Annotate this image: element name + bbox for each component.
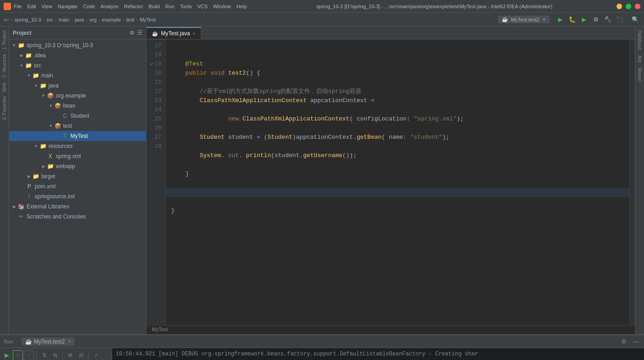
tree-item-org-example[interactable]: ▼ 📦 org.example (9, 91, 146, 101)
bottom-panel: Run: ☕ MyTest.test2 × ⚙ — ▶ ✓ ✗ ⇅ ⇆ ⊞ ⊟ (0, 334, 644, 360)
right-panel-ant[interactable]: Ant (636, 54, 643, 64)
tree-item-target[interactable]: ▶ 📁 target (9, 171, 146, 181)
tree-item-webapp[interactable]: ▶ 📁 webapp (9, 161, 146, 171)
tree-item-src[interactable]: ▼ 📁 src (9, 60, 146, 71)
nav-back[interactable]: ↩ (4, 16, 9, 23)
tree-item-external-libs[interactable]: ▶ 📚 External Libraries (9, 202, 146, 212)
menu-edit[interactable]: Edit (27, 4, 36, 9)
main-layout: 1: Project 2: Structure Web 2: Favorites… (0, 27, 644, 334)
tree-item-main[interactable]: ▼ 📁 main (9, 71, 146, 81)
menu-tools[interactable]: Tools (180, 4, 192, 9)
folder-icon-target: 📁 (32, 173, 39, 180)
menu-code[interactable]: Code (83, 4, 95, 9)
breadcrumb-mytest[interactable]: MyTest (140, 17, 156, 22)
tree-arrow: ▼ (18, 62, 25, 69)
tree-item-student[interactable]: C Student (9, 111, 146, 121)
pom-icon: P (26, 183, 33, 190)
menu-view[interactable]: View (42, 4, 53, 9)
iml-icon: I (26, 193, 33, 200)
menu-file[interactable]: File (14, 4, 22, 9)
menu-navigate[interactable]: Navigate (58, 4, 77, 9)
run-tab-active[interactable]: ☕ MyTest.test2 × (21, 338, 75, 346)
run-button[interactable]: ▶ (555, 15, 565, 25)
tree-label-org-example: org.example (56, 93, 86, 99)
sidebar-tab-project[interactable]: 1: Project (1, 28, 8, 51)
tab-close-button[interactable]: × (193, 31, 195, 36)
project-icon: 📁 (17, 42, 25, 49)
stop-button[interactable]: ⬛ (615, 15, 625, 25)
test-java-icon: T (61, 132, 69, 140)
tree-item-spring-xml[interactable]: X spring.xml (9, 151, 146, 161)
right-side-panel: Database Ant Maven (635, 27, 644, 334)
xml-icon-spring: X (47, 153, 54, 160)
run-tab-actions: ⚙ — (619, 337, 640, 346)
tree-item-pom[interactable]: P pom.xml (9, 181, 146, 191)
breadcrumb-org[interactable]: org (89, 17, 97, 22)
right-panel-database[interactable]: Database (636, 28, 643, 52)
build-button[interactable]: 🔨 (603, 15, 613, 25)
menu-analyze[interactable]: Analyze (101, 4, 118, 9)
package-icon-bean: 📦 (54, 102, 61, 109)
console-output[interactable]: 10:58:44.921 [main] DEBUG org.springfram… (112, 348, 644, 360)
folder-icon-webapp: 📁 (47, 163, 54, 170)
tree-arrow-target: ▶ (26, 173, 32, 180)
debug-button[interactable]: 🐛 (567, 15, 577, 25)
menu-window[interactable]: Window (213, 4, 231, 9)
app-icon (4, 3, 11, 10)
coverage-button[interactable]: ▶ (579, 15, 589, 25)
search-button[interactable]: 🔍 (630, 15, 640, 25)
menu-refactor[interactable]: Refactor (124, 4, 143, 9)
menu-build[interactable]: Build (149, 4, 160, 9)
breadcrumb-java[interactable]: java (75, 17, 84, 22)
breadcrumb-main[interactable]: main (59, 17, 70, 22)
code-editor[interactable]: 17 18 ↩ 19 20 21 22 23 24 25 26 27 28 @T… (146, 39, 635, 325)
profile-button[interactable]: ⚙ (591, 15, 601, 25)
code-content[interactable]: @Test public void test2() { //基于xml的方式加载… (166, 39, 629, 325)
menu-help[interactable]: Help (236, 4, 247, 9)
tree-item-iml[interactable]: I springsource.iml (9, 191, 146, 202)
run-tab-close[interactable]: × (69, 339, 71, 344)
sort-button[interactable]: ⇅ (39, 350, 49, 360)
tree-item-java[interactable]: ▼ 📁 java (9, 81, 146, 91)
pass-filter-button[interactable]: ✓ (13, 350, 23, 360)
breadcrumb-project[interactable]: spring_10-3 (15, 17, 41, 22)
run-minimize-button[interactable]: — (631, 337, 640, 346)
tree-item-bean[interactable]: ▼ 📦 bean (9, 101, 146, 111)
breadcrumb-src[interactable]: src (46, 17, 53, 22)
right-panel-maven[interactable]: Maven (636, 66, 643, 83)
run-label: Run: (4, 339, 14, 344)
collapse-all-button[interactable]: ⊟ (76, 350, 86, 360)
tree-item-spring10[interactable]: ▼ 📁 spring_10-3 D:\spring_10-3 (9, 40, 146, 50)
tree-label-src: src (34, 62, 41, 69)
minimize-button[interactable] (617, 4, 622, 9)
rerun-button[interactable]: ▶ (2, 350, 12, 360)
tree-item-mytest[interactable]: T MyTest (9, 131, 146, 141)
sidebar-tab-favorites[interactable]: 2: Favorites (1, 94, 8, 122)
breadcrumb-test[interactable]: test (126, 17, 134, 22)
tree-item-resources[interactable]: ▼ 📁 resources (9, 141, 146, 151)
tree-item-scratches[interactable]: ✏ Scratches and Consoles (9, 212, 146, 222)
left-side-tabs: 1: Project 2: Structure Web 2: Favorites (0, 27, 9, 334)
menu-vcs[interactable]: VCS (197, 4, 208, 9)
breadcrumb-example[interactable]: example (102, 17, 121, 22)
sidebar-gear-icon[interactable]: ⚙ (129, 30, 134, 36)
title-bar: File Edit View Navigate Code Analyze Ref… (0, 0, 644, 13)
sidebar-options-icon[interactable]: ☰ (137, 30, 142, 36)
fail-filter-button[interactable]: ✗ (24, 350, 34, 360)
menu-run[interactable]: Run (165, 4, 174, 9)
sidebar-tab-web[interactable]: Web (1, 81, 8, 93)
maximize-button[interactable] (626, 4, 631, 9)
tree-item-idea[interactable]: ▶ 📁 .idea (9, 50, 146, 60)
tree-label-scratches: Scratches and Consoles (27, 213, 86, 220)
editor-tab-mytest[interactable]: ☕ MyTest.java × (146, 27, 201, 39)
close-button[interactable] (635, 4, 640, 9)
expand-all-button[interactable]: ⊞ (65, 350, 75, 360)
check-button[interactable]: ✓ (91, 350, 101, 360)
tree-item-test-pkg[interactable]: ▼ 📦 test (9, 121, 146, 131)
sidebar-title: Project (13, 30, 32, 36)
sort2-button[interactable]: ⇆ (50, 350, 60, 360)
run-settings-button[interactable]: ⚙ (619, 337, 628, 346)
run-content: ▶ ✓ ✗ ⇅ ⇆ ⊞ ⊟ ✓ ✓ Tests passed: 1 of 1 t… (0, 348, 644, 360)
run-config[interactable]: ☕ MyTest.test2 ▼ (498, 16, 550, 23)
sidebar-tab-structure[interactable]: 2: Structure (1, 52, 8, 80)
